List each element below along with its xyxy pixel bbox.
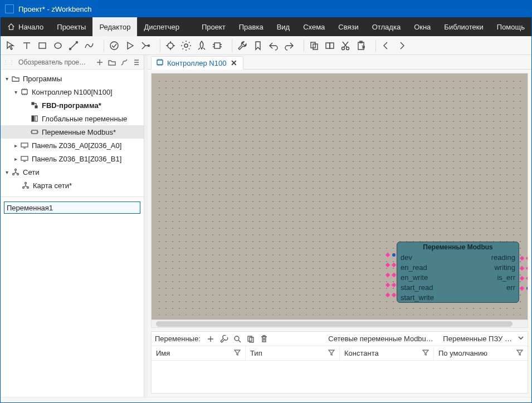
tool-duplicate[interactable]: [323, 38, 337, 53]
menu-view[interactable]: Вид: [270, 17, 297, 36]
chevron-down-icon[interactable]: ▾: [3, 169, 11, 175]
menu-edit[interactable]: Правка: [232, 17, 270, 36]
tool-paste[interactable]: [354, 38, 368, 53]
menu-editor[interactable]: Редактор: [92, 17, 137, 36]
port-label: is_err: [497, 273, 515, 282]
tool-target[interactable]: [163, 38, 178, 53]
vars-link-pzu[interactable]: Переменные ПЗУ …: [443, 335, 512, 343]
tool-text[interactable]: [19, 38, 34, 53]
port-pin[interactable]: [526, 287, 528, 290]
controller-icon: [19, 88, 30, 96]
tree-row-networks[interactable]: ▾ Сети: [1, 165, 144, 179]
svg-point-7: [184, 44, 188, 47]
port-pin[interactable]: [526, 266, 528, 271]
tool-pointer[interactable]: [4, 38, 18, 53]
svg-rect-11: [326, 43, 330, 48]
menu-projects[interactable]: Проекты: [50, 17, 92, 36]
tree-row-modbus[interactable]: Переменные Modbus*: [1, 125, 144, 139]
sidebar-add-button[interactable]: [95, 57, 105, 67]
port-pin[interactable]: [392, 253, 396, 257]
menu-schema[interactable]: Схема: [296, 17, 331, 36]
tree-label: Контроллер N100[N100]: [32, 88, 113, 96]
grid-col-name[interactable]: Имя: [152, 346, 246, 360]
menu-windows[interactable]: Окна: [407, 17, 437, 36]
menu-help[interactable]: Помощь: [490, 17, 531, 36]
tool-gear[interactable]: [179, 38, 193, 53]
tool-check[interactable]: [107, 38, 121, 53]
tool-freeform[interactable]: [82, 38, 96, 53]
modbus-icon: [30, 128, 40, 136]
tool-module[interactable]: [210, 38, 224, 53]
port-pin[interactable]: [526, 276, 528, 281]
port-pin[interactable]: [526, 256, 528, 261]
vars-edit-button[interactable]: [218, 333, 230, 345]
filter-icon[interactable]: [422, 349, 429, 357]
tool-ellipse[interactable]: [51, 38, 65, 53]
variable-name-input[interactable]: [4, 202, 140, 214]
drag-handle-icon[interactable]: ⋮⋮: [3, 59, 15, 65]
grid-col-default[interactable]: По умолчанию: [434, 346, 528, 360]
tree-row-netmap[interactable]: Карта сети*: [1, 179, 144, 192]
svg-point-13: [342, 47, 345, 50]
menu-links[interactable]: Связи: [331, 17, 365, 36]
vars-link-modbus-slave[interactable]: Сетевые переменные Modbus slave …: [328, 335, 434, 343]
tool-rect[interactable]: [35, 38, 50, 53]
tree-row-panel-b[interactable]: ▸ Панель Z036_B1[Z036_B1]: [1, 152, 144, 165]
chevron-down-icon[interactable]: ▾: [12, 89, 19, 95]
tool-rocket[interactable]: [194, 38, 209, 53]
svg-point-25: [15, 169, 17, 171]
tool-line[interactable]: [66, 38, 81, 53]
tool-undo[interactable]: [266, 38, 281, 53]
tree-label: Сети: [23, 168, 39, 176]
tool-bookmark[interactable]: [251, 38, 265, 53]
sidebar-title: Обозреватель прое…: [18, 58, 92, 66]
scrollbar-thumb[interactable]: [156, 321, 513, 327]
tool-redo[interactable]: [282, 38, 296, 53]
menu-project[interactable]: Проект: [195, 17, 232, 36]
chevron-down-icon[interactable]: [518, 335, 524, 343]
chevron-right-icon[interactable]: ▸: [12, 156, 19, 162]
tab-close-button[interactable]: ✕: [230, 58, 238, 67]
tree-row-globals[interactable]: Глобальные переменные: [1, 112, 144, 125]
menu-dispatcher[interactable]: Диспетчер: [137, 17, 186, 36]
vars-add-button[interactable]: [205, 333, 216, 345]
menu-debug[interactable]: Отладка: [365, 17, 407, 36]
svg-point-2: [70, 48, 71, 50]
tool-run[interactable]: [123, 38, 137, 53]
vars-search-button[interactable]: [232, 333, 243, 345]
filter-icon[interactable]: [516, 349, 523, 357]
variables-grid-header: Имя Тип Константа По умолчанию: [152, 346, 528, 361]
tool-copy[interactable]: [307, 38, 321, 53]
menu-home[interactable]: Начало: [1, 17, 50, 36]
port-label: start_write: [401, 293, 434, 302]
modbus-block[interactable]: Переменные Modbus dev en_read en_write s…: [397, 242, 519, 303]
filter-icon[interactable]: [234, 349, 241, 357]
tab-controller[interactable]: Контроллер N100 ✕: [151, 56, 243, 70]
filter-icon[interactable]: [328, 349, 335, 357]
grid-col-const[interactable]: Константа: [340, 346, 434, 360]
tree-row-panel-a[interactable]: ▸ Панель Z036_A0[Z036_A0]: [1, 139, 144, 152]
tree-row-controller[interactable]: ▾ Контроллер N100[N100]: [1, 85, 144, 99]
grid-col-type[interactable]: Тип: [246, 346, 340, 360]
tree-row-programs[interactable]: ▾ Программы: [1, 72, 144, 85]
project-tree: ▾ Программы ▾ Контроллер N100[N100] FBD-…: [1, 70, 144, 196]
menu-libraries[interactable]: Библиотеки: [437, 17, 490, 36]
chevron-right-icon[interactable]: ▸: [12, 142, 19, 149]
svg-point-14: [346, 47, 349, 50]
editor-canvas[interactable]: Переменные Modbus dev en_read en_write s…: [152, 73, 528, 320]
sidebar-folder-button[interactable]: [107, 57, 117, 67]
horizontal-scrollbar[interactable]: [152, 320, 528, 327]
menu-home-label: Начало: [18, 23, 43, 31]
sidebar-link-button[interactable]: [119, 57, 129, 67]
sidebar-collapse-button[interactable]: [131, 57, 141, 67]
port-label: dev: [401, 253, 412, 262]
vars-copy-button[interactable]: [245, 333, 256, 345]
tool-nav-back[interactable]: [379, 38, 393, 53]
tool-step[interactable]: [138, 38, 153, 53]
tool-cut[interactable]: [338, 38, 353, 53]
vars-delete-button[interactable]: [258, 333, 270, 345]
tree-row-fbd[interactable]: FBD-программа*: [1, 99, 144, 112]
tool-nav-forward[interactable]: [394, 38, 409, 53]
tool-wrench[interactable]: [235, 38, 250, 53]
chevron-down-icon[interactable]: ▾: [3, 76, 11, 82]
